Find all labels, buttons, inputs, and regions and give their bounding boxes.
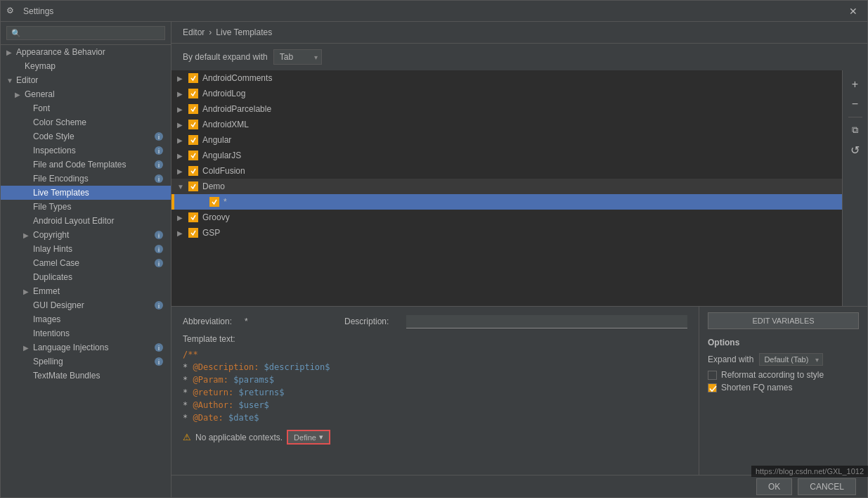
chevron-right-icon: ▶	[177, 229, 186, 237]
chevron-right-icon: ▶	[23, 231, 32, 239]
badge-icon: i	[154, 174, 165, 184]
sidebar-item-color-scheme[interactable]: Color Scheme	[1, 115, 171, 129]
template-group-gsp[interactable]: ▶ GSP	[171, 225, 842, 241]
checkbox-android-comments[interactable]	[188, 73, 198, 83]
sidebar-item-android-layout-editor[interactable]: Android Layout Editor	[1, 214, 171, 228]
sidebar-item-inlay-hints[interactable]: Inlay Hints i	[1, 242, 171, 256]
cancel-button[interactable]: CANCEL	[798, 478, 856, 495]
sidebar-item-inspections[interactable]: Inspections i	[1, 143, 171, 158]
sidebar-item-file-code-templates[interactable]: File and Code Templates i	[1, 158, 171, 172]
chevron-right-icon: ▶	[177, 106, 186, 113]
sidebar-item-label: Code Style	[33, 132, 75, 141]
template-group-android-log[interactable]: ▶ AndroidLog	[171, 86, 842, 101]
checkbox-android-parcelable[interactable]	[188, 104, 198, 114]
sidebar-item-label: Copyright	[33, 230, 69, 240]
window-title: Settings	[23, 6, 845, 16]
main-content: ▶ Appearance & Behavior Keymap ▼ Editor …	[1, 22, 867, 497]
checkbox-demo[interactable]	[188, 181, 198, 191]
template-group-angular[interactable]: ▶ Angular	[171, 132, 842, 148]
reformat-checkbox[interactable]	[708, 371, 717, 380]
svg-text:i: i	[158, 345, 160, 352]
demo-item-row[interactable]: *	[171, 194, 842, 210]
template-group-demo[interactable]: ▼ Demo	[171, 179, 842, 194]
shorten-fq-checkbox[interactable]	[708, 383, 717, 392]
remove-button[interactable]: −	[847, 96, 864, 113]
define-button[interactable]: Define ▾	[287, 430, 330, 445]
sidebar-item-general[interactable]: ▶ General	[1, 87, 171, 101]
abbreviation-row: Abbreviation: * Description:	[183, 315, 687, 328]
sidebar-item-copyright[interactable]: ▶ Copyright i	[1, 228, 171, 242]
sidebar-item-label: File Types	[33, 202, 71, 212]
sidebar-item-live-templates[interactable]: Live Templates	[1, 186, 171, 200]
template-group-android-comments[interactable]: ▶ AndroidComments	[171, 70, 842, 86]
template-line-2: * @Description: $description$	[183, 361, 687, 374]
search-bar	[1, 22, 171, 45]
sidebar-item-file-encodings[interactable]: File Encodings i	[1, 172, 171, 186]
bottom-right: EDIT VARIABLES Options Expand with Defau…	[699, 307, 867, 475]
right-toolbar: + − ⧉ ↺	[842, 70, 867, 306]
copy-button[interactable]: ⧉	[847, 122, 864, 139]
sidebar-item-label: Images	[33, 314, 60, 324]
ok-label: OK	[768, 482, 780, 492]
checkbox-groovy[interactable]	[188, 212, 198, 222]
cancel-label: CANCEL	[810, 482, 844, 492]
svg-text:i: i	[158, 232, 160, 239]
sidebar-item-gui-designer[interactable]: GUI Designer i	[1, 298, 171, 312]
checkbox-angular[interactable]	[188, 135, 198, 145]
sidebar-item-language-injections[interactable]: ▶ Language Injections i	[1, 340, 171, 355]
expand-with-label: Expand with	[708, 355, 753, 364]
watermark: https://blog.csdn.net/GXL_1012	[751, 466, 868, 477]
group-label: ColdFusion	[202, 166, 245, 176]
close-button[interactable]: ✕	[845, 4, 862, 18]
checkbox-demo-star[interactable]	[209, 197, 219, 207]
template-group-android-parcelable[interactable]: ▶ AndroidParcelable	[171, 101, 842, 117]
sidebar-item-intentions[interactable]: Intentions	[1, 326, 171, 340]
warning-text: No applicable contexts.	[195, 433, 283, 442]
sidebar-item-spelling[interactable]: Spelling i	[1, 355, 171, 369]
template-group-angular-js[interactable]: ▶ AngularJS	[171, 148, 842, 163]
badge-icon: i	[154, 230, 165, 240]
template-group-android-xml[interactable]: ▶ AndroidXML	[171, 117, 842, 132]
sidebar-item-images[interactable]: Images	[1, 312, 171, 326]
svg-text:i: i	[158, 162, 160, 169]
abbreviation-value: *	[245, 317, 248, 326]
template-group-cold-fusion[interactable]: ▶ ColdFusion	[171, 163, 842, 179]
expand-with-dropdown[interactable]: Default (Tab)	[759, 353, 823, 366]
badge-icon: i	[154, 258, 165, 268]
add-button[interactable]: +	[847, 76, 864, 93]
sidebar-item-editor[interactable]: ▼ Editor	[1, 73, 171, 87]
checkbox-android-xml[interactable]	[188, 120, 198, 129]
badge-icon: i	[154, 343, 165, 352]
expand-dropdown[interactable]: Tab Enter Space	[273, 49, 322, 65]
sidebar-item-label: Font	[33, 103, 50, 113]
sidebar-item-keymap[interactable]: Keymap	[1, 59, 171, 73]
checkbox-cold-fusion[interactable]	[188, 166, 198, 176]
checkbox-android-log[interactable]	[188, 89, 198, 98]
sidebar-item-emmet[interactable]: ▶ Emmet	[1, 284, 171, 298]
group-label: AngularJS	[202, 151, 241, 160]
sidebar-item-font[interactable]: Font	[1, 101, 171, 115]
description-input[interactable]	[406, 315, 687, 328]
group-label: GSP	[202, 228, 220, 238]
warning-icon: ⚠	[183, 432, 191, 442]
expand-with-row: Expand with Default (Tab)	[708, 353, 859, 366]
template-group-groovy[interactable]: ▶ Groovy	[171, 210, 842, 225]
sidebar-item-duplicates[interactable]: Duplicates	[1, 270, 171, 284]
options-label: Options	[708, 338, 859, 347]
ok-button[interactable]: OK	[756, 478, 792, 495]
template-line-4: * @return: $returns$	[183, 386, 687, 399]
chevron-right-icon: ▶	[6, 49, 15, 56]
sidebar-item-code-style[interactable]: Code Style i	[1, 129, 171, 143]
reset-button[interactable]: ↺	[847, 141, 864, 158]
checkbox-gsp[interactable]	[188, 228, 198, 238]
sidebar-item-textmate-bundles[interactable]: TextMate Bundles	[1, 369, 171, 383]
checkbox-angular-js[interactable]	[188, 151, 198, 160]
sidebar-item-file-types[interactable]: File Types	[1, 200, 171, 214]
sidebar-item-camel-case[interactable]: Camel Case i	[1, 256, 171, 270]
sidebar-item-label: Language Injections	[33, 343, 108, 352]
demo-item-star[interactable]: *	[174, 194, 842, 210]
chevron-down-icon: ▼	[177, 183, 186, 191]
search-input[interactable]	[6, 26, 165, 40]
edit-variables-button[interactable]: EDIT VARIABLES	[708, 312, 859, 329]
sidebar-item-appearance[interactable]: ▶ Appearance & Behavior	[1, 45, 171, 59]
